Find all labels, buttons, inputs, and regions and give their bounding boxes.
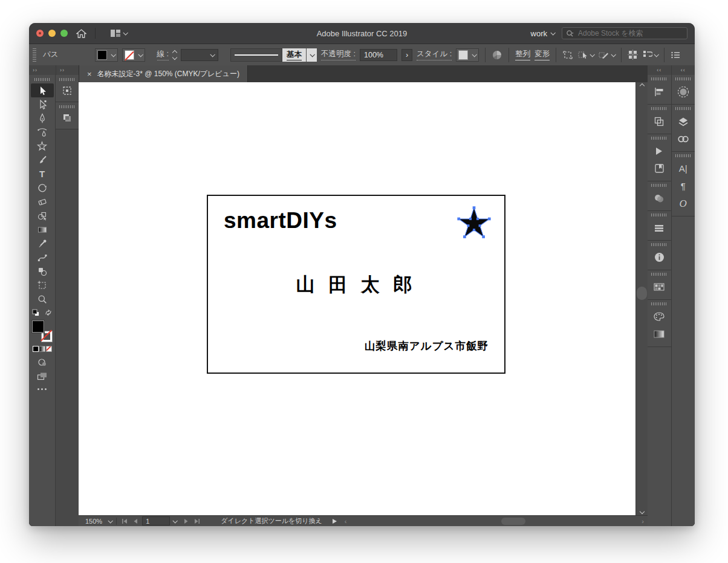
minimize-window-button[interactable]	[48, 30, 56, 37]
close-window-button[interactable]	[36, 30, 44, 37]
rotate-tool[interactable]	[31, 181, 54, 195]
panel-grip[interactable]	[651, 213, 667, 216]
workspace-switcher[interactable]: work	[531, 29, 554, 38]
fullscreen-window-button[interactable]	[60, 30, 68, 37]
stock-search-input[interactable]	[578, 29, 675, 37]
edit-shape-icon[interactable]	[598, 50, 615, 60]
panel-grip[interactable]	[651, 77, 667, 80]
color-mode-solid[interactable]	[33, 346, 39, 352]
links-panel-icon[interactable]	[672, 130, 695, 148]
color-mode-none[interactable]	[46, 346, 52, 352]
scroll-down-icon[interactable]	[636, 510, 648, 513]
brush-definition-button[interactable]: 基本	[282, 48, 306, 62]
paintbrush-tool[interactable]	[31, 153, 54, 167]
panel-grip[interactable]	[59, 105, 75, 108]
snap-options-icon[interactable]	[642, 50, 658, 60]
artboard-number-chevron[interactable]	[170, 516, 180, 526]
home-icon[interactable]	[76, 29, 86, 38]
gradient-tool[interactable]	[31, 223, 54, 236]
zoom-level-select[interactable]: 150%	[82, 516, 105, 526]
eyedropper-tool[interactable]	[31, 236, 54, 250]
fill-color-swatch[interactable]	[95, 48, 118, 62]
transform-button[interactable]: 変形	[535, 49, 550, 60]
stroke-color-swatch[interactable]	[122, 48, 145, 62]
panel-grip[interactable]	[651, 273, 667, 276]
direct-selection-tool[interactable]	[31, 97, 54, 111]
card-address[interactable]: 山梨県南アルプス市飯野	[365, 339, 489, 353]
select-similar-icon[interactable]	[577, 50, 594, 60]
swap-fill-stroke-icon[interactable]	[44, 309, 53, 316]
stroke-panel-icon[interactable]	[648, 219, 671, 236]
align-to-artboard-icon[interactable]	[628, 50, 638, 60]
edit-toolbar-ellipsis-icon[interactable]	[37, 388, 47, 390]
gradient-panel-icon[interactable]	[648, 325, 671, 343]
horizontal-scroll-thumb[interactable]	[501, 518, 525, 525]
panel-expand-button[interactable]: ‹‹	[648, 65, 671, 75]
star-shape-tool[interactable]	[31, 139, 54, 153]
info-panel-icon[interactable]	[648, 249, 671, 266]
layout-switcher-icon[interactable]	[110, 29, 127, 37]
panel-grip[interactable]	[675, 107, 691, 110]
panel-menu-icon[interactable]	[671, 51, 681, 59]
align-button[interactable]: 整列	[515, 49, 530, 60]
next-artboard-icon[interactable]	[183, 518, 189, 524]
panel-grip[interactable]	[651, 137, 667, 140]
artboard-panel-icon[interactable]	[56, 83, 79, 97]
default-fill-stroke-icon[interactable]	[32, 309, 40, 317]
curvature-tool[interactable]	[31, 125, 54, 139]
opacity-expand-button[interactable]: ›	[401, 49, 412, 61]
toolbar-grip[interactable]	[34, 78, 50, 81]
panel-grip[interactable]	[651, 302, 667, 305]
bounding-box-icon[interactable]	[562, 50, 573, 60]
eraser-tool[interactable]	[31, 195, 54, 209]
card-brand-text[interactable]: smartDIYs	[224, 208, 337, 233]
status-play-icon[interactable]	[332, 518, 337, 524]
color-mode-gradient[interactable]	[39, 346, 45, 352]
stroke-weight-select[interactable]	[181, 49, 218, 61]
align-panel-icon[interactable]	[648, 83, 671, 100]
last-artboard-icon[interactable]	[194, 518, 200, 524]
selected-star-shape[interactable]	[453, 202, 495, 246]
panel-grip[interactable]	[651, 243, 667, 246]
opentype-panel-icon[interactable]: O	[672, 195, 695, 212]
toolbar-collapse-button[interactable]: ››	[29, 65, 56, 75]
pen-tool[interactable]	[31, 111, 54, 125]
paragraph-panel-icon[interactable]: ¶	[672, 177, 695, 195]
style-swatch-select[interactable]	[456, 48, 479, 62]
zoom-tool[interactable]	[31, 292, 54, 306]
stroke-label[interactable]: 線 :	[157, 49, 169, 60]
opacity-label[interactable]: 不透明度 :	[321, 49, 356, 60]
first-artboard-icon[interactable]	[122, 518, 128, 524]
scroll-right-icon[interactable]: ›	[638, 518, 648, 525]
panel-grip[interactable]	[675, 154, 691, 157]
shape-builder-tool[interactable]	[31, 209, 54, 223]
brush-definition-chevron[interactable]	[307, 48, 317, 62]
fill-stroke-indicator[interactable]	[32, 321, 53, 342]
transparency-panel-icon[interactable]	[672, 83, 695, 100]
artboard-tool[interactable]	[31, 278, 54, 292]
actions-panel-icon[interactable]	[648, 142, 671, 160]
business-card-artwork[interactable]: smartDIYs	[207, 195, 505, 374]
horizontal-scrollbar[interactable]	[346, 516, 638, 526]
panel-grip[interactable]	[59, 78, 75, 81]
style-label[interactable]: スタイル :	[417, 49, 452, 60]
draw-mode-icon[interactable]	[37, 358, 47, 366]
pathfinder-panel-icon[interactable]	[648, 112, 671, 130]
artboard-canvas[interactable]: smartDIYs	[79, 82, 635, 515]
vertical-scroll-thumb[interactable]	[637, 287, 647, 300]
brush-definition-control[interactable]: 基本	[230, 48, 317, 62]
character-panel-icon[interactable]: A|	[672, 160, 695, 177]
panel-grip[interactable]	[651, 107, 667, 110]
swatches-panel-icon[interactable]	[648, 278, 671, 296]
panel-expand-button-2[interactable]: ‹‹	[672, 65, 695, 75]
color-guide-panel-icon[interactable]	[648, 308, 671, 325]
toolbar2-collapse-button[interactable]: ››	[56, 65, 79, 75]
color-panel-icon[interactable]	[648, 189, 671, 207]
stroke-weight-stepper[interactable]	[173, 51, 177, 59]
shapes-tool[interactable]	[31, 264, 54, 278]
screen-mode-icon[interactable]	[37, 372, 48, 380]
blend-tool[interactable]	[31, 250, 54, 264]
panel-grip[interactable]	[675, 77, 691, 80]
artboard-number-field[interactable]: 1	[142, 516, 170, 526]
libraries-panel-icon[interactable]	[648, 160, 671, 177]
